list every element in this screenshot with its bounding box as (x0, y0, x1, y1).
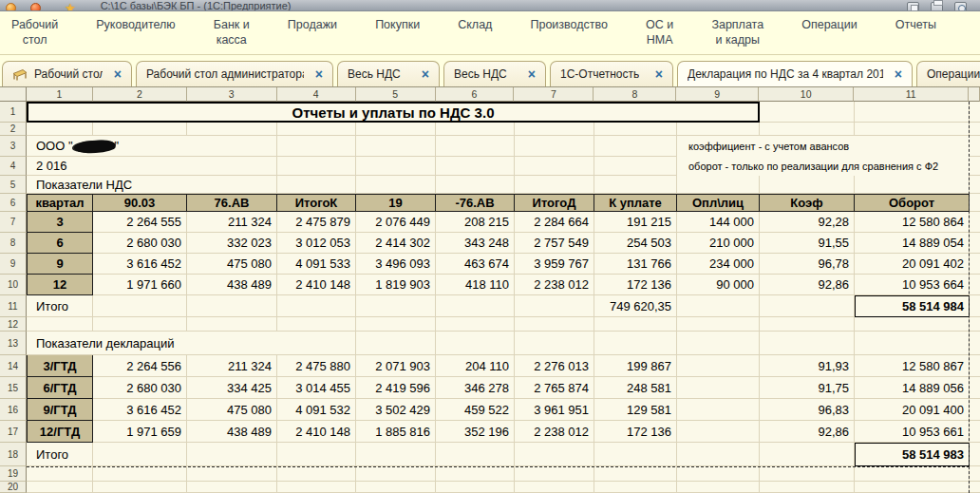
data-cell[interactable]: 20 091 402 (855, 254, 970, 275)
cell-r12c11[interactable] (855, 317, 970, 332)
cell-r2c4[interactable] (277, 123, 356, 136)
tab-close-icon[interactable]: × (528, 68, 536, 80)
row-header-6[interactable]: 6 (0, 194, 27, 212)
total-nds-label[interactable]: Итого (27, 295, 93, 317)
tab-close-icon[interactable]: × (422, 68, 429, 80)
data-cell[interactable]: 204 110 (436, 355, 515, 377)
row-header-16[interactable]: 16 (0, 399, 27, 421)
column-header-2[interactable]: 2 (93, 87, 187, 102)
cell-r20c11[interactable] (855, 482, 970, 493)
data-cell[interactable]: 475 080 (187, 254, 277, 275)
column-header-9[interactable]: 9 (676, 87, 759, 102)
cell-r11c9[interactable] (677, 295, 760, 317)
menu-item-8[interactable]: ОС и НМА (646, 17, 673, 48)
tab-4[interactable]: Весь НДС× (443, 61, 546, 86)
cell-r18c10[interactable] (760, 443, 855, 466)
cell-r19c8[interactable] (594, 466, 677, 482)
data-cell[interactable]: 211 324 (187, 212, 277, 233)
row-header-14[interactable]: 14 (0, 355, 27, 377)
data-cell[interactable] (677, 399, 760, 421)
report-title[interactable]: Отчеты и уплаты по НДС 3.0 (27, 102, 760, 123)
cell-r13c9[interactable] (677, 332, 760, 355)
data-cell[interactable]: 3 961 951 (515, 399, 594, 421)
table-header-5[interactable]: 19 (356, 194, 436, 212)
data-cell[interactable] (677, 421, 760, 443)
column-header-7[interactable]: 7 (514, 87, 594, 102)
menu-item-7[interactable]: Производство (530, 17, 608, 32)
data-cell[interactable]: 96,78 (760, 254, 855, 275)
tab-1[interactable]: Рабочий стол× (2, 61, 132, 86)
table-header-7[interactable]: ИтогоД (515, 194, 594, 212)
menu-item-1[interactable]: Рабочий стол (11, 17, 58, 48)
cell-r5c9[interactable] (677, 176, 760, 194)
data-cell[interactable]: 96,83 (760, 399, 855, 421)
cell-r19c2[interactable] (93, 466, 187, 482)
back-button[interactable] (6, 3, 16, 11)
data-cell[interactable]: 3 616 452 (93, 399, 187, 421)
column-header-6[interactable]: 6 (436, 87, 515, 102)
data-cell[interactable]: 2 680 030 (93, 233, 187, 254)
menu-item-2[interactable]: Руководителю (96, 17, 175, 32)
cell-r20c9[interactable] (677, 482, 760, 493)
tab-close-icon[interactable]: × (655, 68, 663, 80)
data-cell[interactable]: 343 248 (436, 233, 515, 254)
data-cell[interactable]: 91,93 (760, 355, 855, 377)
cell-r2c3[interactable] (187, 123, 277, 136)
row-header-20[interactable]: 20 (0, 482, 27, 493)
data-cell[interactable]: 1 971 659 (93, 421, 187, 443)
data-cell[interactable]: 334 425 (187, 377, 277, 399)
table-header-9[interactable]: Опл\лиц (677, 194, 760, 212)
cell-r19c5[interactable] (356, 466, 436, 482)
data-cell[interactable]: 3 496 093 (356, 254, 436, 275)
cell-r20c1[interactable] (27, 482, 93, 493)
tab-3[interactable]: Весь НДС× (337, 61, 440, 86)
table-header-2[interactable]: 90.03 (93, 194, 187, 212)
cell-r13c10[interactable] (760, 332, 855, 355)
cell-r11c4[interactable] (277, 295, 356, 317)
data-cell[interactable]: 2 264 555 (93, 212, 187, 233)
cell-r1c10[interactable] (760, 102, 855, 123)
data-cell[interactable]: 418 110 (436, 275, 515, 295)
row-header-12[interactable]: 12 (0, 317, 27, 332)
cell-r15c12[interactable] (970, 377, 980, 399)
cell-r4c4[interactable] (277, 157, 356, 176)
quarter-cell[interactable]: 9 (27, 254, 93, 275)
total-oborot-nds[interactable]: 58 514 984 (855, 295, 970, 317)
row-header-3[interactable]: 3 (0, 136, 27, 157)
data-cell[interactable]: 346 278 (436, 377, 515, 399)
save-icon[interactable] (907, 2, 919, 11)
cell-r11c7[interactable] (515, 295, 594, 317)
data-cell[interactable]: 2 238 012 (515, 421, 594, 443)
data-cell[interactable]: 92,86 (760, 421, 855, 443)
cell-r2c7[interactable] (515, 123, 594, 136)
cell-r2c8[interactable] (594, 123, 677, 136)
data-cell[interactable]: 91,55 (760, 233, 855, 254)
menu-item-9[interactable]: Зарплата и кадры (711, 17, 763, 48)
data-cell[interactable]: 2 680 030 (93, 377, 187, 399)
cell-r19c11[interactable] (855, 466, 970, 482)
cell-r2c5[interactable] (356, 123, 436, 136)
section-decl-label[interactable]: Показатели деклараций (27, 332, 356, 355)
column-header-1[interactable]: 1 (27, 87, 93, 102)
cell-r19c10[interactable] (760, 466, 855, 482)
data-cell[interactable]: 1 971 660 (93, 275, 187, 295)
cell-r12c5[interactable] (356, 317, 436, 332)
data-cell[interactable]: 2 238 012 (515, 275, 594, 295)
cell-r5c6[interactable] (436, 176, 515, 194)
cell-r1c11[interactable] (855, 102, 970, 123)
cell-r5c5[interactable] (356, 176, 436, 194)
cell-r12c3[interactable] (187, 317, 277, 332)
cell-r18c5[interactable] (356, 443, 436, 466)
table-header-6[interactable]: -76.АВ (436, 194, 515, 212)
data-cell[interactable]: 248 581 (594, 377, 677, 399)
cell-r19c4[interactable] (277, 466, 356, 482)
cell-r2c10[interactable] (760, 123, 855, 136)
data-cell[interactable]: 211 324 (187, 355, 277, 377)
quarter-cell[interactable]: 12 (27, 275, 93, 295)
grid-corner[interactable] (0, 87, 27, 102)
cell-r2c6[interactable] (436, 123, 515, 136)
data-cell[interactable]: 1 819 903 (356, 275, 436, 295)
cell-r11c12[interactable] (970, 295, 980, 317)
column-header-12[interactable] (969, 87, 980, 102)
cell-r13c5[interactable] (356, 332, 436, 355)
